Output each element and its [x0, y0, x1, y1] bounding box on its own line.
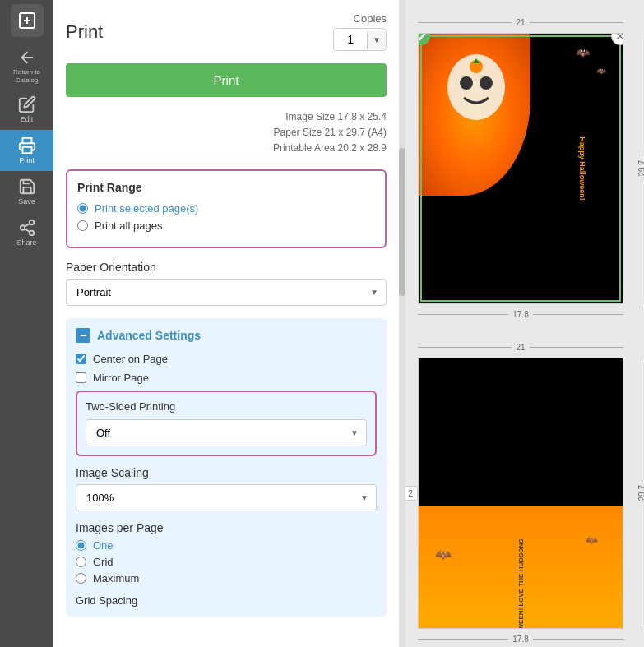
- svg-point-2: [29, 220, 34, 225]
- print-selected-option[interactable]: Print selected page(s): [77, 202, 375, 215]
- card2-content: 🦇 🦇 HAPPY HALLOWEEN! LOVE THE HUDSONS: [419, 358, 623, 628]
- svg-point-4: [29, 231, 34, 236]
- two-sided-section: Two-Sided Printing Off On ▼: [76, 391, 377, 456]
- print-button[interactable]: Print: [66, 63, 387, 97]
- image-scaling-label: Image Scaling: [76, 466, 377, 479]
- dim-top-2: 21: [418, 343, 623, 352]
- bat-3: 🦇: [435, 547, 452, 562]
- print-all-label: Print all pages: [95, 220, 162, 232]
- save-label: Save: [18, 197, 35, 206]
- printable-area-text: Printable Area 20.2 x 28.9: [66, 141, 387, 156]
- app-logo[interactable]: [11, 4, 44, 37]
- print-all-radio[interactable]: [77, 220, 88, 231]
- images-one-label: One: [93, 539, 114, 552]
- paper-size-text: Paper Size 21 x 29.7 (A4): [66, 125, 387, 141]
- two-sided-select[interactable]: Off On: [86, 419, 367, 446]
- page-2-badge: 2: [405, 486, 418, 501]
- images-per-page-section: Images per Page One Grid Maximum: [76, 521, 377, 585]
- copies-label: Copies: [354, 12, 387, 25]
- scroll-thumb[interactable]: [399, 148, 405, 296]
- dim-right-2-value: 29.7: [637, 482, 644, 504]
- bat-1: 🦇: [576, 46, 590, 59]
- preview-page-1: 21: [418, 33, 623, 304]
- print-range-section: Print Range Print selected page(s) Print…: [66, 169, 387, 248]
- print-range-title: Print Range: [77, 181, 375, 194]
- center-on-page-label: Center on Page: [93, 353, 168, 365]
- images-grid-label: Grid: [93, 556, 114, 568]
- dim-top-1-value: 21: [512, 18, 529, 27]
- page-2-outer: 🦇 🦇 HAPPY HALLOWEEN! LOVE THE HUDSONS: [418, 358, 623, 629]
- svg-rect-1: [22, 147, 31, 153]
- edit-label: Edit: [21, 115, 34, 123]
- images-maximum-label: Maximum: [93, 572, 139, 585]
- images-grid-radio[interactable]: [76, 557, 86, 567]
- panel-header: Print Copies ▼: [66, 12, 387, 51]
- copies-input-wrapper: ▼: [333, 28, 387, 51]
- svg-point-8: [460, 76, 473, 90]
- orientation-section: Paper Orientation Portrait Landscape ▼: [66, 261, 387, 306]
- svg-point-3: [20, 225, 25, 230]
- share-label: Share: [16, 238, 36, 247]
- image-size-text: Image Size 17.8 x 25.4: [66, 109, 387, 125]
- images-per-page-label: Images per Page: [76, 521, 377, 534]
- advanced-collapse-icon[interactable]: −: [76, 328, 90, 343]
- images-maximum-radio[interactable]: [76, 573, 86, 584]
- print-all-option[interactable]: Print all pages: [77, 220, 375, 232]
- main-content: Print Copies ▼ Print Image Size 17.8 x 2…: [53, 0, 644, 647]
- dim-bottom-2-value: 17.8: [508, 635, 532, 644]
- ghost-shape: [435, 50, 517, 132]
- images-grid-option[interactable]: Grid: [76, 556, 377, 568]
- card2-text: HAPPY HALLOWEEN! LOVE THE HUDSONS: [517, 538, 525, 628]
- preview-page-2: 21 2 🦇 🦇 HAPPY HALLOWEEN! LOVE THE HUDSO…: [418, 358, 623, 629]
- scrollbar[interactable]: [399, 0, 405, 647]
- image-info: Image Size 17.8 x 25.4 Paper Size 21 x 2…: [66, 109, 387, 157]
- page-1-outer: 🦇 🦇 Happy Halloween! ✕: [418, 33, 623, 304]
- card1-content: 🦇 🦇 Happy Halloween!: [419, 34, 623, 303]
- dim-bottom-1: 17.8: [418, 310, 623, 319]
- preview-panel: 21: [405, 0, 644, 647]
- return-label: Return to Catalog: [3, 68, 50, 84]
- sidebar-item-save[interactable]: Save: [0, 171, 53, 212]
- orientation-select[interactable]: Portrait Landscape: [66, 279, 387, 306]
- print-selected-label: Print selected page(s): [95, 202, 198, 215]
- images-one-radio[interactable]: [76, 540, 86, 551]
- advanced-title: Advanced Settings: [97, 329, 201, 342]
- dim-top-2-value: 21: [512, 343, 529, 352]
- sidebar: Return to Catalog Edit Print Save: [0, 0, 53, 647]
- sidebar-item-edit[interactable]: Edit: [0, 89, 53, 130]
- sidebar-item-return[interactable]: Return to Catalog: [0, 44, 53, 89]
- svg-line-6: [24, 224, 29, 227]
- copies-section: Copies ▼: [333, 12, 387, 51]
- center-on-page-checkbox[interactable]: [76, 354, 86, 364]
- mirror-page-label: Mirror Page: [93, 372, 149, 384]
- dim-top-1: 21: [418, 18, 623, 27]
- dim-right-2: 29.7: [637, 358, 644, 629]
- image-scaling-select[interactable]: 100% Fit to Page Fill Page: [76, 484, 377, 511]
- advanced-settings-section: − Advanced Settings Center on Page Mirro…: [66, 318, 387, 617]
- print-selected-radio[interactable]: [77, 203, 88, 214]
- sidebar-item-share[interactable]: Share: [0, 212, 53, 253]
- advanced-header: − Advanced Settings: [76, 328, 377, 343]
- image-scaling-section: Image Scaling 100% Fit to Page Fill Page…: [76, 466, 377, 511]
- dim-right-1-value: 29.7: [637, 157, 644, 179]
- dim-bottom-1-value: 17.8: [508, 310, 532, 319]
- mirror-page-checkbox[interactable]: [76, 372, 86, 383]
- copies-input[interactable]: [334, 29, 367, 50]
- mirror-page-option[interactable]: Mirror Page: [76, 372, 377, 384]
- images-maximum-option[interactable]: Maximum: [76, 572, 377, 585]
- page-title: Print: [66, 21, 103, 43]
- center-on-page-option[interactable]: Center on Page: [76, 353, 377, 365]
- image-scaling-select-wrapper: 100% Fit to Page Fill Page ▼: [76, 484, 377, 511]
- halloween-text-1: Happy Halloween!: [578, 136, 586, 201]
- images-one-option[interactable]: One: [76, 539, 377, 552]
- copies-arrow[interactable]: ▼: [367, 31, 386, 49]
- svg-point-9: [480, 76, 493, 90]
- grid-spacing-label: Grid Spacing: [76, 594, 377, 607]
- orientation-label: Paper Orientation: [66, 261, 387, 274]
- orientation-select-wrapper: Portrait Landscape ▼: [66, 279, 387, 306]
- dim-bottom-2: 17.8: [418, 635, 623, 644]
- page-2-number: 2: [408, 488, 413, 498]
- bat-4: 🦇: [586, 534, 598, 546]
- sidebar-item-print[interactable]: Print: [0, 130, 53, 171]
- left-panel: Print Copies ▼ Print Image Size 17.8 x 2…: [53, 0, 399, 647]
